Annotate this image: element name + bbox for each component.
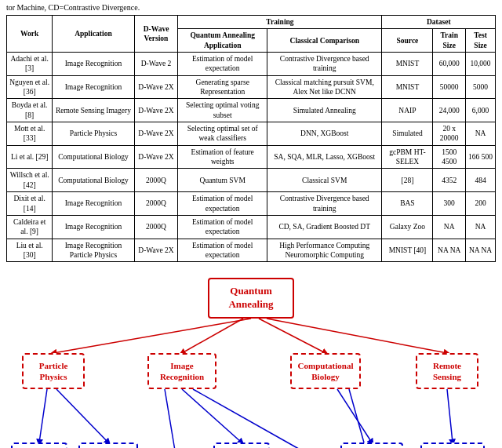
col-header-classical: Classical Comparison	[267, 29, 382, 53]
diagram-section: Quantum Annealing Particle Physics Image…	[0, 268, 502, 448]
span-header-training: Training	[178, 16, 382, 29]
svg-line-2	[259, 319, 326, 353]
table-row: Caldeira et al. [9]Image Recognition2000…	[7, 215, 496, 239]
node-image-recognition: Image Recognition	[147, 353, 216, 389]
col-header-train: Train Size	[433, 29, 466, 53]
svg-line-3	[267, 319, 447, 353]
table-caption: tor Machine, CD=Contrastive Divergence.	[6, 3, 496, 12]
svg-line-8	[193, 389, 310, 448]
svg-line-5	[56, 389, 108, 443]
col-header-test: Test Size	[466, 29, 496, 53]
col-header-qa-app: Quantum Annealing Application	[178, 29, 267, 53]
results-table: Work Application D-Wave Version Training…	[6, 15, 496, 262]
table-row: Li et al. [29]Computational BiologyD-Wav…	[7, 145, 496, 169]
table-row: Dixit et al. [14]Image Recognition2000QE…	[7, 192, 496, 216]
table-row: Boyda et al. [8]Remote Sensing ImageryD-…	[7, 99, 496, 122]
span-header-dataset: Dataset	[382, 16, 496, 29]
col-header-work: Work	[7, 16, 53, 53]
table-row: Liu et al. [30]Image Recognition Particl…	[7, 239, 496, 262]
svg-line-0	[53, 319, 251, 353]
col-header-dwave: D-Wave Version	[134, 16, 178, 53]
node-neutrino-detection: Neutrino Detection	[78, 443, 138, 448]
col-header-source: Source	[382, 29, 433, 53]
table-row: Mott et al. [33]Particle PhysicsD-Wave 2…	[7, 122, 496, 146]
svg-line-10	[349, 389, 373, 448]
svg-line-4	[39, 389, 47, 443]
svg-line-9	[337, 389, 372, 443]
node-protein-classification: Protein Classification	[340, 443, 403, 448]
svg-line-7	[182, 389, 242, 443]
node-quantum-annealing: Quantum Annealing	[208, 278, 294, 319]
table-row: Nguyen et al. [36]Image RecognitionD-Wav…	[7, 75, 496, 99]
node-remote-sensing: Remote Sensing	[416, 353, 478, 389]
svg-line-6	[165, 389, 176, 448]
svg-line-11	[447, 389, 453, 443]
node-particle-physics: Particle Physics	[22, 353, 85, 389]
table-row: Adachi et al. [3]Image RecognitionD-Wave…	[7, 53, 496, 76]
node-computational-biology: Computational Biology	[290, 353, 361, 389]
node-bar-and-strip: Bar and Strip	[213, 443, 270, 448]
node-higgs-optimization: Higgs Optimization	[11, 443, 67, 448]
svg-line-1	[182, 319, 243, 353]
col-header-application: Application	[53, 16, 134, 53]
table-section: tor Machine, CD=Contrastive Divergence. …	[0, 0, 502, 268]
table-row: Willsch et al. [42]Computational Biology…	[7, 169, 496, 192]
node-tree-cover: Tree Cover Identification	[420, 443, 485, 448]
